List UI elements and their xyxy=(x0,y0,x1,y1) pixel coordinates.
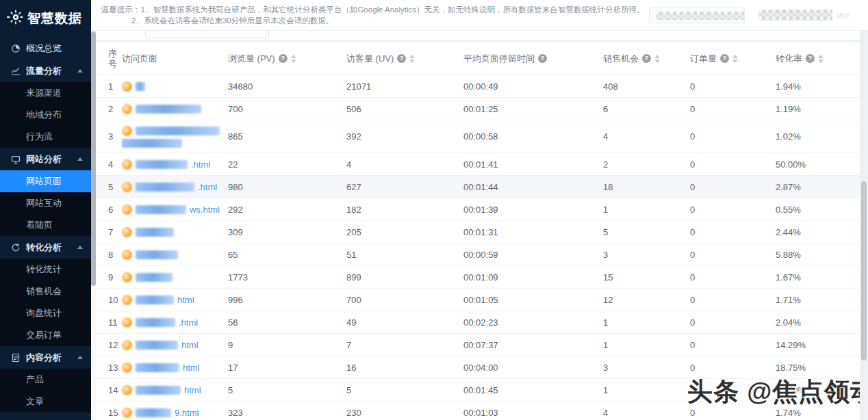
cell-visitors: 21071 xyxy=(346,81,463,92)
cell-visitors: 4 xyxy=(346,159,463,170)
sort-icon[interactable] xyxy=(732,55,738,63)
cell-page-link[interactable]: html xyxy=(122,295,228,305)
cell-page-link[interactable] xyxy=(122,126,228,148)
help-icon[interactable]: ? xyxy=(397,54,406,63)
partial-control-cutoff[interactable] xyxy=(145,31,269,38)
favicon-icon xyxy=(122,159,132,170)
cell-page-link[interactable]: .html xyxy=(122,159,228,170)
sidebar-item[interactable]: 转化分析 xyxy=(0,236,91,259)
sort-icon[interactable] xyxy=(291,55,296,63)
url-suffix: .html xyxy=(179,317,198,328)
table-row[interactable]: 10html99670000:01:051201.71% xyxy=(96,289,860,311)
sidebar-subitem[interactable]: 产品 xyxy=(0,369,91,391)
table-row[interactable]: 6ws.html29218200:01:39100.55% xyxy=(96,198,860,221)
document-icon xyxy=(11,353,21,363)
cell-visitors: 392 xyxy=(346,131,463,142)
cell-sales-opportunities: 6 xyxy=(603,104,690,114)
cell-page-link[interactable] xyxy=(122,227,228,237)
cell-page-link[interactable] xyxy=(122,250,228,260)
sidebar-item[interactable]: 网站分析 xyxy=(0,148,91,170)
cell-page-link[interactable]: .html xyxy=(122,317,228,328)
column-header[interactable]: 访客量 (UV)? xyxy=(346,53,463,65)
cell-page-link[interactable]: html xyxy=(122,340,228,350)
sidebar-item[interactable]: 内容分析 xyxy=(0,346,91,369)
help-icon[interactable]: ? xyxy=(279,54,288,63)
table-row[interactable]: 11.html564900:02:23102.04% xyxy=(96,311,860,334)
cell-page-link[interactable] xyxy=(122,104,228,114)
cell-index: 11 xyxy=(96,317,122,328)
sidebar-subitem[interactable]: 询盘统计 xyxy=(0,302,91,324)
sort-icon[interactable] xyxy=(409,55,415,63)
sort-icon[interactable] xyxy=(654,55,660,63)
favicon-icon xyxy=(122,408,132,418)
table-row[interactable]: 5.html98062700:01:441802.87% xyxy=(96,176,860,198)
page-link-line: html xyxy=(122,340,220,350)
sidebar-subitem[interactable]: 文章 xyxy=(0,391,91,412)
cell-page-link[interactable]: 9.html xyxy=(122,408,228,418)
cell-orders: 0 xyxy=(690,131,776,142)
column-header[interactable]: 浏览量 (PV)? xyxy=(228,53,346,65)
sidebar-subitem[interactable]: 着陆页 xyxy=(0,214,91,236)
column-header-label: 平均页面停留时间 xyxy=(463,53,535,65)
table-row[interactable]: 270050600:01:25601.19% xyxy=(96,98,860,120)
column-header-label: 浏览量 (PV) xyxy=(228,53,275,65)
table-row[interactable]: 12html9700:07:371014.29% xyxy=(96,334,860,356)
column-header[interactable]: 订单量? xyxy=(690,53,776,65)
cell-page-link[interactable]: html xyxy=(122,363,228,373)
help-icon[interactable]: ? xyxy=(806,54,815,63)
sidebar-item[interactable]: 概况总览 xyxy=(0,37,91,60)
cell-page-link[interactable]: ws.html xyxy=(122,205,228,215)
table-row[interactable]: 9177389900:01:091501.67% xyxy=(96,266,860,289)
redacted-url-blur xyxy=(136,318,175,327)
main-scrollbar-thumb[interactable] xyxy=(861,181,867,360)
sidebar-subitem[interactable]: 网站互动 xyxy=(0,192,91,214)
cell-sales-opportunities: 3 xyxy=(603,250,690,260)
cell-orders: 0 xyxy=(690,340,776,350)
cell-page-link[interactable] xyxy=(122,81,228,92)
sidebar-subitem[interactable]: 交易订单 xyxy=(0,324,91,346)
cell-index: 12 xyxy=(96,340,122,350)
cell-avg-time: 00:01:44 xyxy=(463,182,603,192)
cell-page-link[interactable]: .html xyxy=(122,182,228,192)
cell-avg-time: 00:07:37 xyxy=(463,340,603,350)
help-icon[interactable]: ? xyxy=(642,54,651,63)
page-link-line: .html xyxy=(122,317,220,328)
url-suffix: html xyxy=(181,340,199,350)
cell-page-link[interactable] xyxy=(122,272,228,283)
sidebar-submenu: 转化统计销售机会询盘统计交易订单 xyxy=(0,259,91,346)
table-row[interactable]: 730920500:01:31502.44% xyxy=(96,221,860,244)
cell-page-link[interactable]: html xyxy=(122,385,228,395)
cell-pageviews: 996 xyxy=(228,295,346,305)
table-row[interactable]: 386539200:00:58401.02% xyxy=(96,120,860,153)
cell-pageviews: 1773 xyxy=(228,272,346,283)
account-name-redacted[interactable] xyxy=(758,10,832,21)
cell-conversion-rate: 2.44% xyxy=(776,227,860,237)
cell-avg-time: 00:01:41 xyxy=(463,159,603,170)
sidebar-scrollbar[interactable] xyxy=(91,31,96,420)
table-row[interactable]: 4.html22400:01:412050.00% xyxy=(96,153,860,176)
column-header-label: 销售机会 xyxy=(603,53,639,65)
table-row[interactable]: 1346802107100:00:4940801.94% xyxy=(96,75,860,98)
sort-icon[interactable] xyxy=(818,55,824,63)
sidebar-subitem[interactable]: 行为流 xyxy=(0,126,91,148)
favicon-icon xyxy=(122,227,132,237)
column-header[interactable]: 转化率? xyxy=(776,53,860,65)
sidebar-subitem[interactable]: 网站页面 xyxy=(0,170,91,192)
cell-pageviews: 700 xyxy=(228,104,346,114)
cell-avg-time: 00:01:05 xyxy=(463,295,603,305)
sidebar-subitem[interactable]: 转化统计 xyxy=(0,259,91,280)
cell-pageviews: 309 xyxy=(228,227,346,237)
help-icon[interactable]: ? xyxy=(720,54,729,63)
url-suffix: html xyxy=(184,385,201,395)
column-header[interactable]: 销售机会? xyxy=(603,53,690,65)
sidebar-item[interactable]: 流量分析 xyxy=(0,60,91,82)
sidebar-scrollbar-thumb[interactable] xyxy=(91,31,96,286)
table-row[interactable]: 8655100:00:59305.88% xyxy=(96,244,860,266)
account-selector-redacted[interactable] xyxy=(649,8,745,23)
cell-pageviews: 65 xyxy=(228,250,346,260)
sidebar-subitem[interactable]: 销售机会 xyxy=(0,280,91,302)
sidebar-subitem[interactable]: 地域分布 xyxy=(0,104,91,126)
help-icon[interactable]: ? xyxy=(538,54,547,63)
sidebar-subitem[interactable]: 来源渠道 xyxy=(0,82,91,104)
main-scrollbar[interactable] xyxy=(860,31,868,420)
